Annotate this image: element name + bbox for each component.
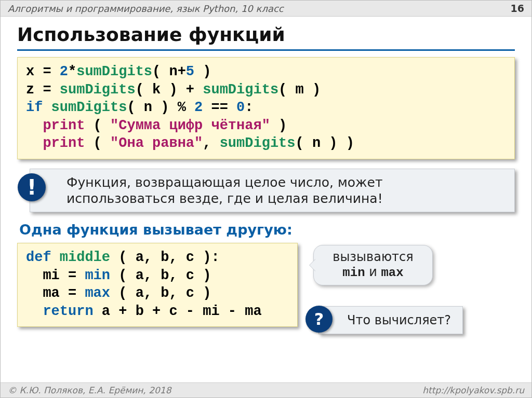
exclamation-icon: !	[18, 173, 46, 201]
question-text: Что вычисляет?	[347, 313, 451, 327]
note-callout: ! Функция, возвращающая целое число, мож…	[30, 169, 515, 213]
code-line: x = 2*sumDigits( n+5 )	[26, 63, 506, 81]
code-line: ma = max ( a, b, c )	[26, 284, 289, 303]
title-underline	[17, 49, 515, 51]
code-line: z = sumDigits( k ) + sumDigits( m )	[26, 81, 506, 99]
code-block-2: def middle ( a, b, c ): mi = min ( a, b,…	[17, 243, 298, 327]
code-block-1: x = 2*sumDigits( n+5 ) z = sumDigits( k …	[17, 57, 515, 159]
subheading: Одна функция вызывает другую:	[19, 222, 515, 238]
code-line: print ( "Она равна", sumDigits( n ) )	[26, 134, 506, 153]
slide-header: Алгоритмы и программирование, язык Pytho…	[1, 1, 531, 17]
code-line: if sumDigits( n ) % 2 == 0:	[26, 99, 506, 117]
bubble-text: вызываются	[324, 250, 422, 265]
bubble-text: min и max	[324, 265, 422, 281]
note-text: использоваться везде, где и целая величи…	[66, 190, 505, 207]
note-text: Функция, возвращающая целое число, может	[66, 174, 505, 190]
footer-url: http://kpolyakov.spb.ru	[422, 385, 524, 395]
callout-bubble: вызываются min и max	[313, 245, 433, 285]
page-title: Использование функций	[17, 24, 515, 45]
code-line: return a + b + c - mi - ma	[26, 303, 289, 321]
code-line: print ( "Сумма цифр чётная" )	[26, 117, 506, 135]
question-callout: ? Что вычисляет?	[318, 306, 463, 334]
question-icon: ?	[305, 306, 332, 333]
code-line: def middle ( a, b, c ):	[26, 249, 289, 267]
code-line: mi = min ( a, b, c )	[26, 267, 289, 285]
slide-footer: © К.Ю. Поляков, Е.А. Ерёмин, 2018 http:/…	[1, 382, 531, 397]
page-number: 16	[511, 3, 524, 14]
copyright: © К.Ю. Поляков, Е.А. Ерёмин, 2018	[8, 385, 171, 395]
breadcrumb: Алгоритмы и программирование, язык Pytho…	[8, 3, 284, 14]
